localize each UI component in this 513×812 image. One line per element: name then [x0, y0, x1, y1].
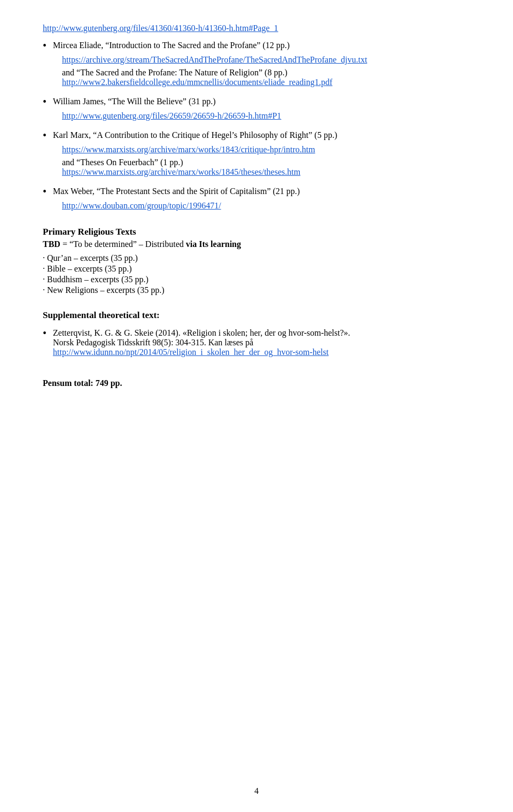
- bullet-icon: •: [43, 327, 46, 339]
- marx-theses-link[interactable]: https://www.marxists.org/archive/marx/wo…: [62, 167, 300, 176]
- william-james-section: • William James, “The Will the Believe” …: [43, 97, 470, 121]
- marx-and-text: and “Theses On Feuerbach” (1 pp.): [62, 158, 183, 167]
- karl-marx-links: https://www.marxists.org/archive/marx/wo…: [62, 145, 470, 177]
- mircea-bakersfield-link[interactable]: http://www2.bakersfieldcollege.edu/mmcne…: [62, 78, 332, 87]
- william-james-text: William James, “The Will the Believe” (3…: [53, 97, 470, 106]
- zetterqvist-text: Zetterqvist, K. G. & G. Skeie (2014). «R…: [53, 328, 470, 357]
- mircea-eliade-section: • Mircea Eliade, “Introduction to The Sa…: [43, 41, 470, 87]
- primary-texts-heading: Primary Religious Texts: [43, 227, 470, 237]
- bullet-icon: •: [43, 40, 46, 52]
- mircea-eliade-text: Mircea Eliade, “Introduction to The Sacr…: [53, 41, 470, 50]
- top-link-block: http://www.gutenberg.org/files/41360/413…: [43, 24, 470, 33]
- mircea-and-text: and “The Sacred and the Profane: The Nat…: [62, 68, 287, 78]
- mircea-eliade-links: https://archive.org/stream/TheSacredAndT…: [62, 55, 470, 87]
- mircea-eliade-title: Mircea Eliade, “Introduction to The Sacr…: [53, 41, 290, 50]
- karl-marx-title: Karl Marx, “A Contribution to the Critiq…: [53, 130, 337, 140]
- max-weber-bullet: • Max Weber, “The Protestant Sects and t…: [43, 187, 470, 198]
- max-weber-section: • Max Weber, “The Protestant Sects and t…: [43, 187, 470, 211]
- karl-marx-section: • Karl Marx, “A Contribution to the Crit…: [43, 130, 470, 177]
- william-james-link-block: http://www.gutenberg.org/files/26659/266…: [62, 111, 470, 121]
- bullet-icon: •: [43, 96, 46, 108]
- supplemental-heading: Supplemental theoretical text:: [43, 310, 470, 321]
- buddhism-item: · Buddhism – excerpts (35 pp.): [43, 275, 470, 284]
- zetterqvist-link[interactable]: http://www.idunn.no/npt/2014/05/religion…: [53, 347, 329, 357]
- max-weber-link-block: http://www.douban.com/group/topic/199647…: [62, 201, 470, 211]
- primary-texts-tbd: TBD = “To be determined” – Distributed v…: [43, 239, 470, 249]
- pensum-total: Pensum total: 749 pp.: [43, 378, 470, 388]
- mircea-eliade-bullet: • Mircea Eliade, “Introduction to The Sa…: [43, 41, 470, 52]
- mircea-archive-link[interactable]: https://archive.org/stream/TheSacredAndT…: [62, 55, 367, 64]
- primary-texts-list: · Qur’an – excerpts (35 pp.) · Bible – e…: [43, 253, 470, 295]
- page-content: http://www.gutenberg.org/files/41360/413…: [43, 24, 470, 388]
- tbd-bold: TBD: [43, 239, 60, 249]
- quran-item: · Qur’an – excerpts (35 pp.): [43, 253, 470, 263]
- max-weber-text: Max Weber, “The Protestant Sects and the…: [53, 187, 470, 196]
- pensum-text: Pensum total: 749 pp.: [43, 378, 122, 388]
- zetterqvist-bullet: • Zetterqvist, K. G. & G. Skeie (2014). …: [43, 328, 470, 357]
- marx-critique-link[interactable]: https://www.marxists.org/archive/marx/wo…: [62, 145, 315, 154]
- bible-item: · Bible – excerpts (35 pp.): [43, 264, 470, 274]
- william-james-link[interactable]: http://www.gutenberg.org/files/26659/266…: [62, 111, 281, 120]
- william-james-bullet: • William James, “The Will the Believe” …: [43, 97, 470, 108]
- new-religions-item: · New Religions – excerpts (35 pp.): [43, 285, 470, 295]
- max-weber-link[interactable]: http://www.douban.com/group/topic/199647…: [62, 201, 221, 210]
- supplemental-section: Supplemental theoretical text: • Zetterq…: [43, 310, 470, 357]
- william-james-title: William James, “The Will the Believe” (3…: [53, 97, 216, 106]
- primary-texts-section: Primary Religious Texts TBD = “To be det…: [43, 227, 470, 295]
- tbd-text: = “To be determined” – Distributed: [60, 239, 186, 249]
- zetterqvist-main: Zetterqvist, K. G. & G. Skeie (2014). «R…: [53, 328, 350, 337]
- max-weber-title: Max Weber, “The Protestant Sects and the…: [53, 187, 300, 196]
- page-number: 4: [254, 786, 259, 796]
- gutenberg-top-link[interactable]: http://www.gutenberg.org/files/41360/413…: [43, 24, 278, 33]
- bullet-icon: •: [43, 129, 46, 142]
- bullet-icon: •: [43, 185, 46, 198]
- via-its-learning: via Its learning: [186, 239, 241, 249]
- zetterqvist-sub: Norsk Pedagogisk Tidsskrift 98(5): 304-3…: [53, 338, 253, 347]
- karl-marx-bullet: • Karl Marx, “A Contribution to the Crit…: [43, 130, 470, 142]
- karl-marx-text: Karl Marx, “A Contribution to the Critiq…: [53, 130, 470, 140]
